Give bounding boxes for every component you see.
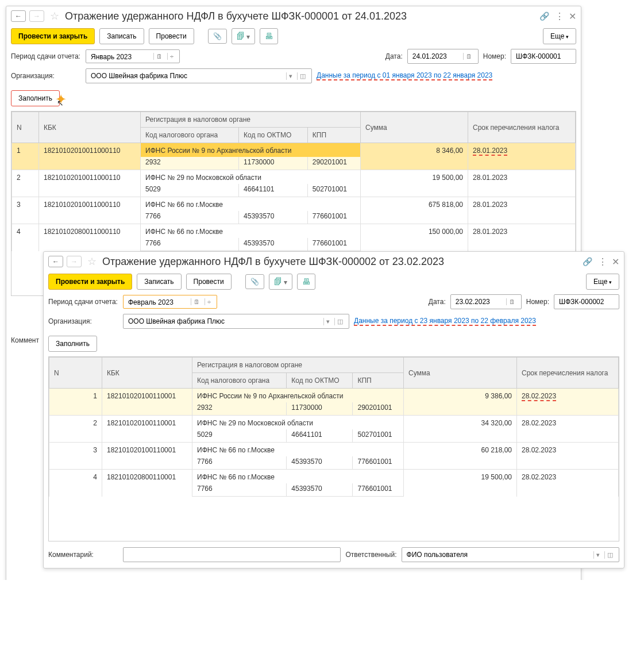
cell-sum[interactable]: 675 818,00 xyxy=(361,197,468,224)
cell-kbk[interactable]: 182101020800110001 xyxy=(102,470,192,497)
number-input[interactable] xyxy=(558,297,615,306)
post-button[interactable]: Провести xyxy=(186,274,232,290)
cell-due[interactable]: 28.01.2023 xyxy=(468,170,576,197)
cell-reg[interactable]: ИФНС № 66 по г.Москве xyxy=(141,224,361,239)
cell-kbk[interactable]: 18210102010011000110 xyxy=(39,197,141,224)
dropdown-icon[interactable]: ▾ xyxy=(593,551,602,559)
cell-oktmo[interactable]: 46641101 xyxy=(287,429,353,443)
forward-button[interactable]: → xyxy=(29,10,44,22)
org-input[interactable] xyxy=(90,71,284,80)
save-button[interactable]: Записать xyxy=(137,274,181,290)
cell-reg[interactable]: ИФНС России № 9 по Архангельской области xyxy=(192,389,404,403)
cell-due[interactable]: 28.02.2023 xyxy=(517,416,619,443)
cell-oktmo[interactable]: 45393570 xyxy=(287,456,353,470)
cell-n[interactable]: 2 xyxy=(49,416,102,443)
cell-oktmo[interactable]: 11730000 xyxy=(287,402,353,416)
cell-kbk[interactable]: 18210102010011000110 xyxy=(39,143,141,170)
cell-kpp[interactable]: 776601001 xyxy=(353,456,404,470)
cell-oktmo[interactable]: 11730000 xyxy=(239,157,308,170)
close-icon[interactable]: ✕ xyxy=(612,256,619,267)
cell-sum[interactable]: 8 346,00 xyxy=(361,143,468,170)
cell-kpp[interactable]: 776601001 xyxy=(307,238,360,251)
calendar-icon[interactable]: 🗓 xyxy=(153,53,165,60)
calendar-icon[interactable]: 🗓 xyxy=(463,53,475,60)
comment-input[interactable] xyxy=(127,550,337,559)
cell-reg[interactable]: ИФНС № 29 по Московской области xyxy=(192,416,404,430)
cell-oktmo[interactable]: 45393570 xyxy=(239,211,308,224)
dropdown-icon[interactable]: ▾ xyxy=(323,318,332,325)
date-input[interactable] xyxy=(411,52,461,61)
cell-due[interactable]: 28.02.2023 xyxy=(517,443,619,470)
cell-n[interactable]: 4 xyxy=(49,470,102,497)
cell-reg[interactable]: ИФНС России № 9 по Архангельской области xyxy=(141,143,361,157)
fill-button[interactable]: Заполнить xyxy=(11,90,60,106)
date-input[interactable] xyxy=(454,297,504,306)
spinner-icon[interactable]: ÷ xyxy=(205,298,213,305)
calendar-icon[interactable]: 🗓 xyxy=(191,298,202,305)
print-button[interactable]: 🖶 xyxy=(260,28,278,44)
cell-oktmo[interactable]: 45393570 xyxy=(239,238,308,251)
cell-kbk[interactable]: 182101020100110001 xyxy=(102,389,192,416)
cell-sum[interactable]: 34 320,00 xyxy=(404,416,517,443)
cell-due[interactable]: 28.02.2023 xyxy=(517,470,619,497)
cell-n[interactable]: 4 xyxy=(12,224,39,251)
cell-kpp[interactable]: 290201001 xyxy=(307,157,360,170)
cell-reg[interactable]: ИФНС № 66 по г.Москве xyxy=(141,197,361,212)
cell-kpp[interactable]: 502701001 xyxy=(307,184,360,197)
post-close-button[interactable]: Провести и закрыть xyxy=(11,28,95,44)
cell-tax-code[interactable]: 7766 xyxy=(192,456,287,470)
cell-sum[interactable]: 9 386,00 xyxy=(404,389,517,416)
cell-kpp[interactable]: 776601001 xyxy=(307,211,360,224)
cell-n[interactable]: 3 xyxy=(12,197,39,224)
cell-oktmo[interactable]: 45393570 xyxy=(287,483,353,497)
cell-oktmo[interactable]: 46641101 xyxy=(239,184,308,197)
open-icon[interactable]: ◫ xyxy=(334,318,345,325)
period-input[interactable] xyxy=(127,298,188,307)
cell-due[interactable]: 28.01.2023 xyxy=(468,197,576,224)
cell-due[interactable]: 28.02.2023 xyxy=(517,389,619,416)
more-button[interactable]: Еще xyxy=(586,274,619,290)
cell-tax-code[interactable]: 2932 xyxy=(192,402,287,416)
link-icon[interactable]: 🔗 xyxy=(539,11,549,21)
cell-due[interactable]: 28.01.2023 xyxy=(468,143,576,170)
print-button[interactable]: 🖶 xyxy=(297,274,315,290)
cell-n[interactable]: 3 xyxy=(49,443,102,470)
attach-button[interactable]: 📎 xyxy=(245,274,264,289)
cell-kbk[interactable]: 182101020100110001 xyxy=(102,443,192,470)
cell-n[interactable]: 1 xyxy=(12,143,39,170)
cell-reg[interactable]: ИФНС № 66 по г.Москве xyxy=(192,470,404,484)
fill-button[interactable]: Заполнить xyxy=(48,336,97,352)
cell-kpp[interactable]: 502701001 xyxy=(353,429,404,443)
cell-reg[interactable]: ИФНС № 66 по г.Москве xyxy=(192,443,404,457)
cell-sum[interactable]: 60 218,00 xyxy=(404,443,517,470)
cell-kbk[interactable]: 182101020100110001 xyxy=(102,416,192,443)
cell-tax-code[interactable]: 5029 xyxy=(141,184,239,197)
cell-reg[interactable]: ИФНС № 29 по Московской области xyxy=(141,170,361,185)
cell-kbk[interactable]: 18210102080011000110 xyxy=(39,224,141,251)
close-icon[interactable]: ✕ xyxy=(569,11,576,22)
cell-tax-code[interactable]: 2932 xyxy=(141,157,239,170)
cell-n[interactable]: 2 xyxy=(12,170,39,197)
period-link[interactable]: Данные за период с 01 января 2023 по 22 … xyxy=(317,71,492,80)
period-link[interactable]: Данные за период с 23 января 2023 по 22 … xyxy=(354,317,536,326)
save-button[interactable]: Записать xyxy=(99,28,144,44)
number-input[interactable] xyxy=(515,52,572,61)
calendar-icon[interactable]: 🗓 xyxy=(506,298,518,305)
cell-sum[interactable]: 19 500,00 xyxy=(404,470,517,497)
cell-sum[interactable]: 150 000,00 xyxy=(361,224,468,251)
based-on-button[interactable]: 🗐 ▾ xyxy=(269,274,292,290)
cell-tax-code[interactable]: 7766 xyxy=(141,238,239,251)
cell-kpp[interactable]: 776601001 xyxy=(353,483,404,497)
back-button[interactable]: ← xyxy=(48,256,63,267)
attach-button[interactable]: 📎 xyxy=(208,29,227,44)
based-on-button[interactable]: 🗐 ▾ xyxy=(232,28,255,44)
responsible-input[interactable] xyxy=(406,550,591,559)
cell-kpp[interactable]: 290201001 xyxy=(353,402,404,416)
dropdown-icon[interactable]: ▾ xyxy=(286,72,295,80)
link-icon[interactable]: 🔗 xyxy=(583,257,592,266)
cell-sum[interactable]: 19 500,00 xyxy=(361,170,468,197)
menu-icon[interactable]: ⋮ xyxy=(555,11,563,22)
cell-tax-code[interactable]: 5029 xyxy=(192,429,287,443)
open-icon[interactable]: ◫ xyxy=(604,551,615,559)
forward-button[interactable]: → xyxy=(67,256,82,267)
